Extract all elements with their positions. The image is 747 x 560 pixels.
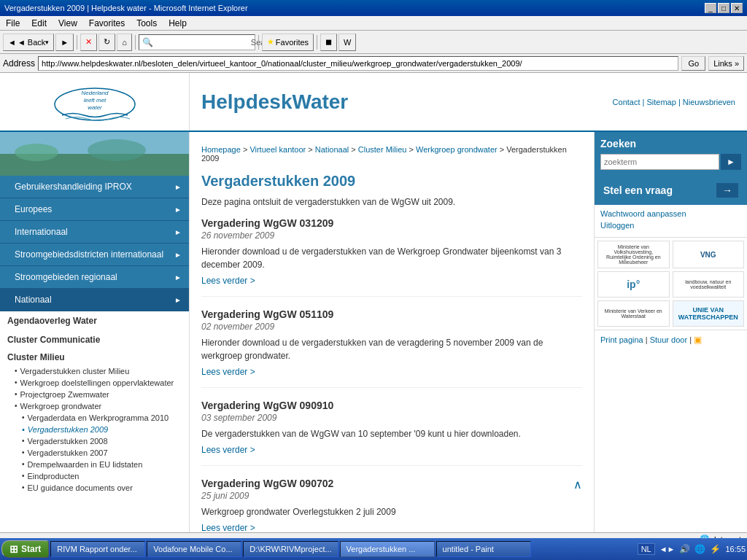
sidebar-link-vergaderstukken-cluster[interactable]: • Vergaderstukken cluster Milieu <box>0 365 189 377</box>
sidebar-item-stroomgebiedsdistricten[interactable]: Stroomgebiedsdistricten internationaal ► <box>0 244 189 266</box>
stel-vraag-button[interactable]: Stel een vraag → <box>595 176 747 205</box>
go-button[interactable]: Go <box>681 56 705 71</box>
sidebar-item-gebruikershandleiding[interactable]: Gebruikershandleiding IPROX ► <box>0 176 189 198</box>
menu-edit[interactable]: Edit <box>26 17 53 30</box>
lees-verder-0[interactable]: Lees verder > <box>201 276 255 286</box>
sidebar-link-vergaderstukken-2009[interactable]: • Vergaderstukken 2009 <box>0 424 189 435</box>
sidebar-link-werkgroep-doelstellingen[interactable]: • Werkgroep doelstellingen oppervlaktewa… <box>0 377 189 389</box>
sidebar-link-vergaderdata[interactable]: • Vergaderdata en Werkprogramma 2010 <box>0 412 189 424</box>
lees-verder-3[interactable]: Lees verder > <box>201 523 255 532</box>
sidebar-link-werkgroep-grondwater[interactable]: • Werkgroep grondwater <box>0 400 189 412</box>
back-dropdown-icon[interactable]: ▾ <box>45 39 49 46</box>
menu-favorites[interactable]: Favorites <box>83 17 131 30</box>
start-button[interactable]: ⊞ Start <box>1 540 49 545</box>
sidebar-section-communicatie[interactable]: Cluster Communicatie <box>0 330 189 349</box>
lees-verder-1[interactable]: Lees verder > <box>201 367 255 377</box>
back-icon: ◄ <box>8 38 16 47</box>
search-input[interactable] <box>156 38 251 47</box>
taskbar-right: NL ◄► 🔊 🌐 ⚡ 16:55 <box>638 543 746 545</box>
taskbar-item-rivm[interactable]: RIVM Rapport onder... <box>50 541 145 545</box>
back-button[interactable]: ◄ ◄ Back ▾ <box>3 34 54 51</box>
bullet-icon: • <box>22 413 25 421</box>
refresh-button[interactable]: ↻ <box>98 34 115 51</box>
network-icon[interactable]: 🌐 <box>694 544 705 545</box>
rss-icon[interactable]: ▣ <box>694 335 702 345</box>
home-button[interactable]: ⌂ <box>117 34 132 51</box>
zoeken-input[interactable] <box>600 154 719 170</box>
menu-help[interactable]: Help <box>163 17 193 30</box>
header-main: HelpdeskWater Contact | Sitemap | Nieuws… <box>190 73 747 131</box>
bullet-icon: • <box>22 483 25 491</box>
uitloggen-link[interactable]: Uitloggen <box>600 221 741 230</box>
stop-button[interactable]: ✕ <box>80 34 97 51</box>
close-button[interactable]: ✕ <box>731 3 743 13</box>
media-button[interactable]: ◼ <box>320 34 337 51</box>
taskbar-item-label: D:\KRW\RIVMproject... <box>249 545 331 545</box>
sidebar-link-vergaderstukken-2008[interactable]: • Vergaderstukken 2008 <box>0 435 189 447</box>
breadcrumb-nationaal[interactable]: Nationaal <box>315 145 349 154</box>
sponsor-unie-waterschappen: UNIE VAN WATERSCHAPPEN <box>673 300 745 327</box>
sponsor-landbouw: landbouw, natuur en voedselkwaliteit <box>673 271 745 298</box>
wachtwoord-link[interactable]: Wachtwoord aanpassen <box>600 209 741 218</box>
breadcrumb-cluster-milieu[interactable]: Cluster Milieu <box>358 145 407 154</box>
breadcrumb-homepage[interactable]: Homepage <box>201 145 241 154</box>
sidebar-link-eu-guidance[interactable]: • EU guidance documents over <box>0 482 189 494</box>
lees-verder-2[interactable]: Lees verder > <box>201 445 255 455</box>
address-label: Address <box>3 58 35 69</box>
sitemap-link[interactable]: Sitemap <box>647 98 676 106</box>
separator-3 <box>258 35 259 50</box>
sidebar-item-europees[interactable]: Europees ► <box>0 198 189 221</box>
print-pagina-link[interactable]: Print pagina <box>600 335 643 344</box>
zoeken-title: Zoeken <box>600 138 741 149</box>
search-field[interactable]: 🔍 Search <box>139 34 255 50</box>
sidebar-label: Europees <box>15 204 52 214</box>
menu-tools[interactable]: Tools <box>131 17 163 30</box>
menu-file[interactable]: File <box>0 17 26 30</box>
sidebar-link-eindproducten[interactable]: • Eindproducten <box>0 470 189 482</box>
address-input[interactable] <box>38 56 678 71</box>
contact-link[interactable]: Contact <box>613 98 640 106</box>
sidebar-link-vergaderstukken-2007[interactable]: • Vergaderstukken 2007 <box>0 447 189 459</box>
meeting-title-1: Vergadering WgGW 051109 <box>201 308 582 320</box>
taskbar-item-paint[interactable]: untitled - Paint <box>436 541 531 545</box>
sidebar-link-projectgroep-zwemwater[interactable]: • Projectgroep Zwemwater <box>0 389 189 400</box>
taskbar-item-vodafone[interactable]: Vodafone Mobile Co... <box>147 541 241 545</box>
minimize-button[interactable]: _ <box>705 3 716 13</box>
chevron-right-icon: ► <box>174 206 182 214</box>
meeting-date-3: 25 juni 2009 <box>201 491 573 501</box>
window-controls[interactable]: _ □ ✕ <box>705 3 743 13</box>
separator-1 <box>77 35 77 50</box>
sidebar-link-drempelwaarden[interactable]: • Drempelwaarden in EU lidstaten <box>0 459 189 470</box>
forward-icon: ► <box>61 38 69 47</box>
menu-view[interactable]: View <box>53 17 83 30</box>
taskbar-clock: 16:55 <box>725 545 746 545</box>
breadcrumb-virtueel-kantoor[interactable]: Virtueel kantoor <box>249 145 306 154</box>
taskbar-item-krw[interactable]: D:\KRW\RIVMproject... <box>243 541 338 545</box>
sidebar-item-nationaal[interactable]: Nationaal ► <box>0 289 189 311</box>
forward-button[interactable]: ► <box>55 34 74 51</box>
chevron-right-icon: ► <box>174 228 182 236</box>
svg-point-6 <box>15 144 58 161</box>
sidebar-item-internationaal[interactable]: Internationaal ► <box>0 221 189 244</box>
up-arrow-icon[interactable]: ∧ <box>573 478 582 491</box>
history-icon: W <box>344 38 351 47</box>
stuur-door-link[interactable]: Stuur door <box>650 335 687 344</box>
breadcrumb-werkgroep-grondwater[interactable]: Werkgroep grondwater <box>416 145 498 154</box>
sidebar-section-agendaoverleg[interactable]: Agendaoverleg Water <box>0 311 189 330</box>
bullet-icon: • <box>15 390 18 398</box>
stop-icon: ✕ <box>85 37 92 47</box>
language-indicator[interactable]: NL <box>638 543 655 545</box>
zoeken-button[interactable]: ► <box>721 154 741 170</box>
main-content: Homepage > Virtueel kantoor > Nationaal … <box>190 132 594 532</box>
maximize-button[interactable]: □ <box>718 3 729 13</box>
logo-area: Nederland leeft met water <box>0 73 190 131</box>
nieuwsbrieven-link[interactable]: Nieuwsbrieven <box>683 98 735 106</box>
favorites-button[interactable]: ★ Favorites <box>262 34 314 51</box>
volume-icon[interactable]: 🔊 <box>679 544 690 545</box>
history-button[interactable]: W <box>338 34 356 51</box>
links-button[interactable]: Links » <box>708 56 744 71</box>
meeting-date-1: 02 november 2009 <box>201 322 582 332</box>
sidebar-item-stroomgebieden-regionaal[interactable]: Stroomgebieden regionaal ► <box>0 266 189 289</box>
breadcrumb: Homepage > Virtueel kantoor > Nationaal … <box>201 141 582 167</box>
taskbar-item-vergaderstukken[interactable]: Vergaderstukken ... <box>340 541 435 545</box>
